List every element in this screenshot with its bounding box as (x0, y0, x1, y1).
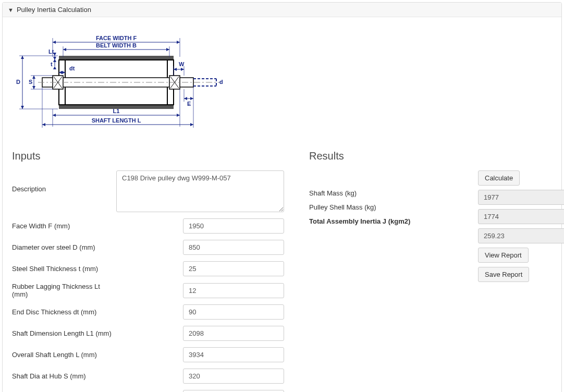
svg-marker-60 (190, 97, 193, 100)
input-field[interactable] (183, 261, 284, 276)
pulley-inertia-panel: ▼ Pulley Inertia Calculation (2, 2, 562, 392)
svg-marker-72 (190, 123, 193, 126)
input-field[interactable] (183, 218, 284, 234)
svg-marker-41 (21, 106, 24, 109)
svg-marker-66 (177, 114, 180, 117)
svg-marker-23 (166, 48, 169, 51)
result-label: Total Assembly Inertia J (kgm2) (309, 217, 465, 225)
input-label: End Disc Thickness dt (mm) (12, 308, 116, 316)
description-input[interactable] (116, 170, 284, 212)
result-value: 259.23 (478, 228, 564, 243)
input-field[interactable] (183, 390, 284, 392)
pulley-diagram: FACE WIDTH F BELT WIDTH B Lt t (12, 32, 552, 138)
input-field[interactable] (183, 347, 284, 362)
results-section: Results Shaft Mass (kg)Pulley Shell Mass… (309, 150, 564, 392)
input-field[interactable] (183, 240, 284, 255)
input-label: Shaft Dia at Hub S (mm) (12, 372, 116, 380)
result-label: Pulley Shell Mass (kg) (309, 203, 465, 211)
input-field[interactable] (183, 304, 284, 320)
inputs-heading: Inputs (12, 150, 284, 162)
description-label: Description (12, 170, 116, 193)
input-label: Overall Shaft Length L (mm) (12, 351, 116, 359)
input-field[interactable] (183, 369, 284, 384)
svg-marker-65 (53, 114, 56, 117)
svg-text:d: d (219, 79, 223, 85)
svg-text:W: W (179, 61, 185, 67)
input-label: Diameter over steel D (mm) (12, 243, 116, 251)
chevron-down-icon: ▼ (8, 7, 14, 13)
svg-marker-71 (42, 123, 45, 126)
svg-text:Lt: Lt (48, 48, 54, 55)
svg-text:FACE WIDTH F: FACE WIDTH F (96, 35, 137, 41)
input-field[interactable] (183, 326, 284, 341)
input-field[interactable] (183, 283, 284, 298)
result-label: Shaft Mass (kg) (309, 189, 465, 197)
svg-marker-22 (63, 48, 66, 51)
input-label: Steel Shell Thickness t (mm) (12, 265, 116, 273)
svg-marker-16 (53, 41, 56, 44)
input-label: Face Width F (mm) (12, 222, 116, 230)
input-label: Shaft Dimension Length L1 (mm) (12, 329, 116, 337)
svg-text:SHAFT LENGTH L: SHAFT LENGTH L (92, 117, 141, 124)
svg-marker-33 (53, 57, 56, 60)
svg-text:t: t (51, 61, 53, 67)
result-value: 1977 (478, 190, 564, 205)
panel-header[interactable]: ▼ Pulley Inertia Calculation (3, 3, 561, 17)
calculate-button[interactable]: Calculate (478, 170, 520, 186)
input-label: Rubber Lagging Thickness Lt (mm) (12, 283, 116, 298)
svg-text:BELT WIDTH B: BELT WIDTH B (96, 42, 137, 48)
save-report-button[interactable]: Save Report (478, 267, 529, 282)
svg-marker-40 (21, 56, 24, 59)
panel-title: Pulley Inertia Calculation (17, 6, 91, 14)
panel-body: FACE WIDTH F BELT WIDTH B Lt t (3, 17, 561, 392)
inputs-section: Inputs Description Face Width F (mm)Diam… (12, 150, 284, 392)
results-heading: Results (309, 150, 564, 162)
view-report-button[interactable]: View Report (478, 248, 529, 263)
svg-marker-46 (32, 76, 35, 79)
svg-marker-54 (181, 68, 184, 71)
svg-marker-34 (53, 66, 56, 69)
result-value: 1774 (478, 209, 564, 224)
svg-marker-17 (177, 41, 180, 44)
svg-marker-59 (184, 97, 187, 100)
svg-marker-47 (32, 86, 35, 89)
svg-text:E: E (187, 101, 191, 107)
svg-text:dt: dt (69, 65, 75, 71)
svg-text:D: D (16, 79, 20, 85)
svg-text:S: S (29, 79, 32, 85)
svg-text:L1: L1 (113, 108, 120, 114)
